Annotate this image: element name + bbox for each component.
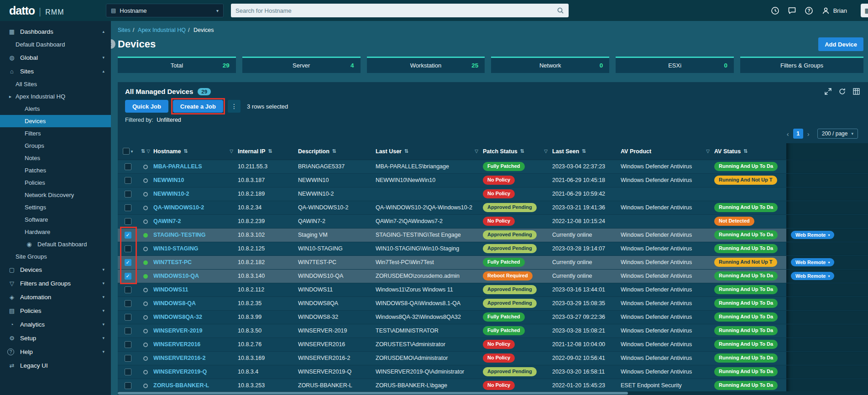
row-checkbox[interactable]: ✓	[125, 273, 131, 280]
expand-icon[interactable]	[825, 88, 831, 95]
sidebar-item-software[interactable]: Software	[0, 213, 111, 226]
corner-app-tile[interactable]: ▦	[861, 4, 868, 17]
sort-icon[interactable]: ⇅	[183, 148, 188, 154]
filter-icon[interactable]: ▽	[146, 149, 150, 154]
sort-icon[interactable]: ⇅	[520, 148, 524, 154]
row-checkbox[interactable]: ✓	[125, 232, 131, 239]
sort-icon[interactable]: ⇅	[141, 148, 145, 154]
sort-icon[interactable]: ⇅	[332, 148, 336, 154]
search-icon[interactable]	[557, 7, 564, 14]
row-checkbox[interactable]	[125, 341, 131, 348]
hostname-link[interactable]: NEWWIN10-2	[153, 191, 189, 197]
stat-card-server[interactable]: Server4	[242, 57, 361, 73]
sidebar-item-all-sites[interactable]: All Sites	[0, 78, 111, 90]
stat-card-workstation[interactable]: Workstation25	[367, 57, 485, 73]
row-checkbox[interactable]	[125, 300, 131, 307]
help-icon[interactable]: ?	[805, 6, 813, 15]
web-remote-button[interactable]: Web Remote▾	[791, 272, 834, 280]
column-header-patch-status[interactable]: Patch Status	[483, 148, 518, 155]
chat-icon[interactable]	[788, 6, 796, 15]
hostname-link[interactable]: WIN10-STAGING	[153, 245, 198, 252]
add-device-button[interactable]: Add Device	[818, 37, 863, 51]
column-header-av-status[interactable]: AV Status	[714, 148, 741, 155]
sidebar-item-filters[interactable]: Filters	[0, 127, 111, 140]
row-checkbox[interactable]	[125, 163, 131, 170]
row-checkbox[interactable]	[125, 191, 131, 198]
sidebar-item-policies[interactable]: Policies	[0, 177, 111, 189]
sidebar-item-sites[interactable]: ⌂Sites▴	[0, 64, 111, 78]
scrollbar-thumb[interactable]	[118, 392, 628, 395]
sidebar-item-alerts[interactable]: Alerts	[0, 103, 111, 115]
sidebar-item-default-dashboard[interactable]: Default Dashboard	[0, 38, 111, 51]
expand-arrow-icon[interactable]: ▸	[9, 94, 16, 99]
search-input[interactable]	[235, 7, 557, 14]
sidebar-item-devices[interactable]: ▢Devices▾	[0, 263, 111, 276]
sidebar-item-apex-industrial-hq[interactable]: ▸Apex Industrial HQ	[0, 90, 111, 103]
sidebar-item-setup[interactable]: ⚙Setup▾	[0, 331, 111, 345]
stat-card-network[interactable]: Network0	[491, 57, 609, 73]
row-checkbox[interactable]	[125, 245, 131, 252]
sidebar-item-automation[interactable]: ◈Automation▾	[0, 290, 111, 304]
sidebar-item-help[interactable]: ?Help▾	[0, 345, 111, 359]
prev-page-icon[interactable]: ‹	[787, 130, 789, 138]
select-all-checkbox[interactable]	[123, 148, 130, 155]
row-checkbox[interactable]	[125, 314, 131, 321]
stat-card-esxi[interactable]: ESXi0	[616, 57, 734, 73]
row-checkbox[interactable]	[125, 327, 131, 334]
hostname-link[interactable]: ZORUS-BBANKER-L	[153, 382, 209, 389]
sort-icon[interactable]: ⇅	[268, 148, 272, 154]
sidebar-item-devices[interactable]: Devices	[0, 115, 111, 127]
web-remote-button[interactable]: Web Remote▾	[791, 231, 834, 239]
column-header-description[interactable]: Description	[298, 148, 329, 155]
row-checkbox[interactable]: ✓	[125, 259, 131, 266]
sidebar-item-global[interactable]: ◍Global▾	[0, 51, 111, 64]
row-checkbox[interactable]	[125, 218, 131, 225]
column-header-hostname[interactable]: Hostname	[153, 148, 181, 155]
breadcrumb-sites[interactable]: Sites	[118, 27, 131, 33]
column-header-last-user[interactable]: Last User	[376, 148, 402, 155]
horizontal-scrollbar[interactable]	[118, 391, 868, 395]
row-checkbox[interactable]	[125, 286, 131, 293]
hostname-link[interactable]: WINSERVER-2019	[153, 327, 202, 334]
hostname-link[interactable]: WINDOWS11	[153, 286, 188, 293]
sidebar-item-dashboards[interactable]: ▦Dashboards▴	[0, 25, 111, 38]
sidebar-item-notes[interactable]: Notes	[0, 152, 111, 164]
web-remote-button[interactable]: Web Remote▾	[791, 258, 834, 266]
sidebar-item-default-dashboard[interactable]: ◉Default Dashboard	[0, 238, 111, 250]
chevron-down-icon[interactable]: ▾	[131, 149, 133, 154]
filter-icon[interactable]: ▽	[475, 149, 478, 154]
hostname-link[interactable]: WINDOWS8-QA	[153, 300, 196, 307]
current-page-button[interactable]: 1	[793, 129, 803, 139]
column-settings-icon[interactable]	[853, 88, 860, 95]
hostname-link[interactable]: WINSERVER2019-Q	[153, 369, 207, 375]
row-checkbox[interactable]	[125, 369, 131, 375]
hostname-link[interactable]: WINSERVER2016-2	[153, 355, 205, 361]
hostname-link[interactable]: WINSERVER2016	[153, 341, 200, 348]
row-checkbox[interactable]	[125, 382, 131, 389]
sort-icon[interactable]: ⇅	[404, 148, 408, 154]
row-checkbox[interactable]	[125, 177, 131, 184]
sidebar-item-hardware[interactable]: Hardware	[0, 226, 111, 238]
hostname-link[interactable]: WIN7TEST-PC	[153, 259, 192, 265]
activity-clock-icon[interactable]	[771, 6, 779, 15]
page-size-dropdown[interactable]: 200 / page ▾	[817, 129, 858, 139]
hostname-link[interactable]: WINDOWS8QA-32	[153, 314, 202, 320]
hostname-link[interactable]: QA-WINDOWS10-2	[153, 204, 204, 211]
breadcrumb-site-name[interactable]: Apex Industrial HQ	[138, 27, 186, 33]
filter-icon[interactable]: ▽	[544, 149, 548, 154]
column-header-internal-ip[interactable]: Internal IP	[238, 148, 265, 155]
column-header-last-seen[interactable]: Last Seen	[552, 148, 579, 155]
filter-icon[interactable]: ▽	[230, 149, 233, 154]
sidebar-item-patches[interactable]: Patches	[0, 164, 111, 177]
create-a-job-button[interactable]: Create a Job	[173, 100, 223, 113]
filter-icon[interactable]: ▽	[706, 149, 710, 154]
hostname-link[interactable]: MBA-PARALLELS	[153, 163, 202, 170]
hostname-link[interactable]: WINDOWS10-QA	[153, 273, 199, 279]
sidebar-item-analytics[interactable]: ◔Analytics▾	[0, 317, 111, 331]
sidebar-item-settings[interactable]: Settings	[0, 201, 111, 213]
sidebar-item-network-discovery[interactable]: Network Discovery	[0, 189, 111, 201]
filters-groups-card[interactable]: Filters & Groups	[740, 57, 863, 73]
user-menu[interactable]: Brian	[821, 6, 847, 15]
column-header-av-product[interactable]: AV Product	[621, 148, 651, 155]
refresh-icon[interactable]	[839, 88, 846, 95]
